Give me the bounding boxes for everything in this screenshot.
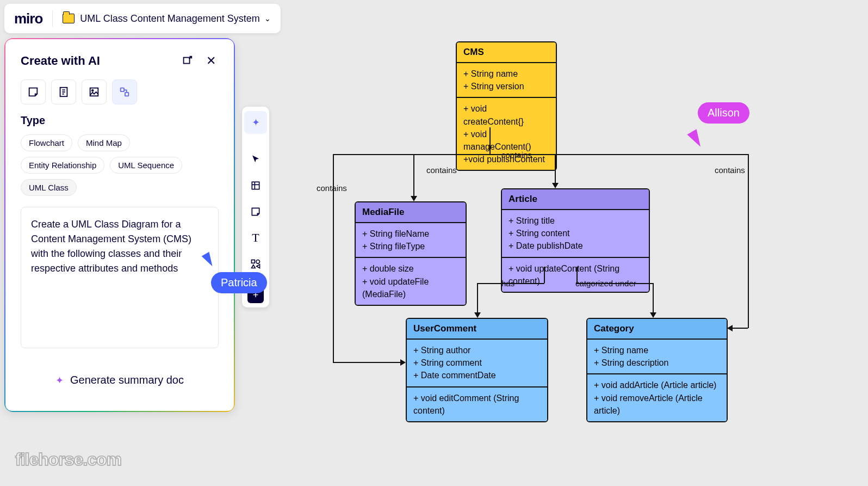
svg-rect-12 — [252, 260, 255, 263]
connector — [748, 154, 749, 328]
uml-class-mediafile[interactable]: MediaFile + String fileName + String fil… — [355, 201, 467, 306]
connector — [489, 127, 491, 155]
svg-rect-7 — [121, 88, 124, 91]
connector — [555, 154, 556, 183]
connector — [333, 362, 401, 363]
uml-class-usercomment[interactable]: UserComment + String author + String com… — [406, 318, 548, 422]
connector-label: has — [501, 279, 514, 288]
arrowhead — [400, 359, 406, 366]
cursor-patricia: Patricia — [211, 272, 267, 293]
connector — [477, 283, 478, 313]
frame-tool[interactable] — [244, 174, 267, 197]
connector-label: catgorized under — [575, 279, 636, 288]
text-tool[interactable]: T — [244, 226, 267, 249]
ai-prompt-input[interactable] — [21, 207, 219, 348]
diagram-tool[interactable] — [112, 79, 137, 104]
image-tool[interactable] — [82, 79, 107, 104]
connector-label: contains — [715, 165, 745, 175]
chip-row: Flowchart Mind Map Entity Relationship U… — [21, 134, 219, 196]
connector — [731, 328, 748, 329]
connector — [544, 267, 545, 283]
generate-label: Generate summary doc — [70, 374, 184, 386]
uml-class-name: MediaFile — [356, 202, 466, 223]
uml-attrs: + String title + String content + Date p… — [502, 210, 649, 258]
close-icon[interactable]: ✕ — [203, 53, 219, 69]
uml-attrs: + String name + String version — [457, 63, 556, 98]
miro-logo: miro — [14, 10, 42, 27]
uml-methods: + void editComment (String content) — [407, 387, 547, 421]
connector — [653, 283, 654, 313]
connector — [413, 154, 414, 169]
connector — [333, 154, 749, 155]
connector-label: contains — [317, 183, 347, 193]
generate-button[interactable]: ✦ Generate summary doc — [21, 364, 219, 397]
uml-class-name: CMS — [457, 42, 556, 63]
chip-uml-sequence[interactable]: UML Sequence — [110, 157, 182, 174]
divider — [52, 10, 53, 27]
type-label: Type — [21, 114, 219, 127]
cursor-allison-arrow — [687, 129, 705, 150]
ai-sparkle-button[interactable]: ✦ — [244, 111, 267, 134]
uml-attrs: + String name + String description — [587, 340, 727, 374]
chip-mind-map[interactable]: Mind Map — [78, 134, 130, 151]
ai-tool-row — [21, 79, 219, 104]
sticky-note-tool[interactable] — [21, 79, 46, 104]
connector-label: contains — [501, 150, 532, 159]
connector — [413, 169, 414, 196]
svg-point-6 — [92, 90, 94, 91]
cursor-tool[interactable] — [244, 148, 267, 171]
uml-class-article[interactable]: Article + String title + String content … — [501, 188, 650, 293]
document-tool[interactable] — [51, 79, 76, 104]
cursor-allison: Allison — [698, 102, 749, 124]
uml-class-name: Category — [587, 319, 727, 340]
svg-rect-5 — [90, 88, 98, 96]
board-title[interactable]: UML Class Content Management System — [80, 13, 259, 24]
arrowhead — [650, 312, 656, 318]
uml-class-name: Article — [502, 189, 649, 210]
svg-rect-0 — [184, 58, 190, 64]
uml-methods: + double size + void updateFile (MediaFi… — [356, 258, 466, 305]
expand-icon[interactable] — [179, 53, 195, 69]
chevron-down-icon[interactable]: ⌄ — [264, 14, 271, 23]
arrowhead — [411, 196, 417, 201]
svg-rect-8 — [125, 93, 128, 96]
ai-panel: Create with AI ✕ Type Flowchart Mind Map… — [4, 38, 235, 412]
svg-rect-9 — [252, 182, 259, 189]
arrowhead — [474, 312, 481, 318]
sticky-tool[interactable] — [244, 200, 267, 223]
uml-attrs: + String fileName + String fileType — [356, 223, 466, 258]
chip-entity-relationship[interactable]: Entity Relationship — [21, 157, 104, 174]
ai-panel-title: Create with AI — [21, 54, 100, 68]
uml-attrs: + String author + String comment + Date … — [407, 340, 547, 387]
uml-methods: + void addArticle (Article article) + vo… — [587, 374, 727, 421]
watermark: filehorse.com — [15, 450, 121, 470]
connector-label: contains — [426, 165, 457, 175]
arrowhead — [727, 325, 733, 331]
sparkle-icon: ✦ — [55, 374, 64, 386]
svg-point-13 — [256, 260, 260, 264]
folder-icon — [63, 14, 75, 23]
uml-class-category[interactable]: Category + String name + String descript… — [586, 318, 728, 422]
uml-class-name: UserComment — [407, 319, 547, 340]
top-bar: miro UML Class Content Management System… — [4, 4, 281, 33]
chip-uml-class[interactable]: UML Class — [21, 179, 77, 196]
arrowhead — [552, 183, 559, 188]
chip-flowchart[interactable]: Flowchart — [21, 134, 72, 151]
